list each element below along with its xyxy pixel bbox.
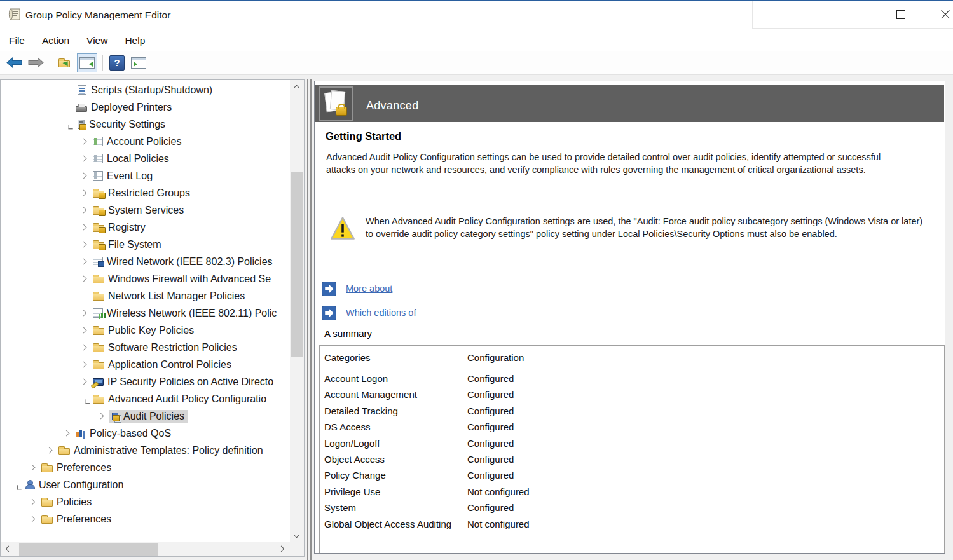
link-more-about[interactable]: More about xyxy=(322,281,392,296)
chevron-right-icon[interactable] xyxy=(74,184,92,201)
chevron-right-icon[interactable] xyxy=(74,201,92,219)
table-header: Categories Configuration xyxy=(320,346,944,369)
tree-item-label: Restricted Groups xyxy=(108,188,190,199)
gpo-scroll-icon xyxy=(8,8,22,22)
chevron-right-icon[interactable] xyxy=(74,356,92,373)
tree-item-windows-firewall-with-advanced-se[interactable]: Windows Firewall with Advanced Se xyxy=(1,270,290,287)
tree-item-label: Scripts (Startup/Shutdown) xyxy=(91,85,212,96)
show-console-tree-button[interactable] xyxy=(77,53,97,72)
scroll-down-button[interactable] xyxy=(290,529,304,542)
tree-item-label: Account Policies xyxy=(107,136,181,147)
chevron-right-icon[interactable] xyxy=(74,133,92,150)
horizontal-scrollbar[interactable] xyxy=(1,542,290,556)
table-row: SystemConfigured xyxy=(320,500,944,516)
chevron-right-icon[interactable] xyxy=(74,373,92,390)
tree-item-event-log[interactable]: Event Log xyxy=(1,167,290,184)
which-editions-link[interactable]: Which editions of xyxy=(346,308,416,318)
tree-item-file-system[interactable]: File System xyxy=(1,236,290,253)
menu-view[interactable]: View xyxy=(86,35,107,46)
tree-item-application-control-policies[interactable]: Application Control Policies xyxy=(1,356,290,373)
chevron-right-icon[interactable] xyxy=(74,304,92,322)
tree-item-preferences[interactable]: Preferences xyxy=(1,459,290,476)
tree-item-restricted-groups[interactable]: Restricted Groups xyxy=(1,184,290,201)
chevron-right-icon[interactable] xyxy=(74,270,92,287)
tree-item-software-restriction-policies[interactable]: Software Restriction Policies xyxy=(1,339,290,356)
menu-action[interactable]: Action xyxy=(42,35,69,46)
chevron-right-icon[interactable] xyxy=(74,167,92,184)
computer-key-icon xyxy=(93,378,104,386)
column-separator[interactable] xyxy=(540,348,540,367)
close-button[interactable] xyxy=(931,1,953,28)
category-cell: Logon/Logoff xyxy=(324,438,380,449)
minimize-button[interactable] xyxy=(842,1,871,28)
configuration-cell: Configured xyxy=(467,421,514,432)
more-about-link[interactable]: More about xyxy=(346,283,392,294)
chevron-right-icon[interactable] xyxy=(74,339,92,356)
chevron-right-icon[interactable] xyxy=(74,236,92,253)
tree-item-security-settings[interactable]: Security Settings xyxy=(1,116,290,133)
tree-item-audit-policies[interactable]: Audit Policies xyxy=(1,407,290,425)
tree-item-public-key-policies[interactable]: Public Key Policies xyxy=(1,322,290,339)
vertical-scroll-thumb[interactable] xyxy=(291,172,303,357)
category-cell: Privilege Use xyxy=(324,486,380,497)
chevron-right-icon[interactable] xyxy=(92,407,109,425)
scroll-right-button[interactable] xyxy=(276,542,290,556)
sheet-icon xyxy=(93,171,103,181)
table-row: DS AccessConfigured xyxy=(320,420,944,435)
category-cell: DS Access xyxy=(324,421,371,432)
back-button[interactable] xyxy=(4,53,24,72)
menubar: FileActionViewHelp xyxy=(0,31,953,51)
horizontal-scroll-thumb[interactable] xyxy=(19,543,158,556)
tree-item-preferences[interactable]: Preferences xyxy=(1,510,290,528)
column-separator[interactable] xyxy=(462,348,462,367)
up-one-level-button[interactable] xyxy=(55,53,76,72)
tree-item-system-services[interactable]: System Services xyxy=(1,201,290,219)
folder-lock-icon xyxy=(93,242,104,249)
menu-file[interactable]: File xyxy=(9,35,25,46)
folder-icon xyxy=(93,397,104,404)
chevron-right-icon[interactable] xyxy=(23,510,40,528)
scroll-left-button[interactable] xyxy=(1,542,15,556)
tree-item-deployed-printers[interactable]: Deployed Printers xyxy=(1,99,290,116)
pane-splitter[interactable] xyxy=(306,79,313,560)
tree-item-wired-network-ieee-802-3-policies[interactable]: Wired Network (IEEE 802.3) Policies xyxy=(1,253,290,270)
tree-item-account-policies[interactable]: Account Policies xyxy=(1,133,290,150)
category-cell: Global Object Access Auditing xyxy=(324,519,451,529)
scroll-up-button[interactable] xyxy=(290,80,304,93)
tree-item-network-list-manager-policies[interactable]: Network List Manager Policies xyxy=(1,287,290,304)
tree-item-policies[interactable]: Policies xyxy=(1,493,290,510)
configuration-cell: Configured xyxy=(467,470,514,481)
maximize-button[interactable] xyxy=(886,1,915,28)
chevron-right-icon[interactable] xyxy=(40,442,57,459)
column-header-categories[interactable]: Categories xyxy=(324,352,371,363)
tree-item-ip-security-policies-on-active-directo[interactable]: IP Security Policies on Active Directo xyxy=(1,373,290,390)
chevron-right-icon[interactable] xyxy=(74,219,92,236)
getting-started-heading: Getting Started xyxy=(326,130,401,142)
link-which-editions[interactable]: Which editions of xyxy=(322,305,416,320)
tree-item-label: Public Key Policies xyxy=(108,325,194,336)
vertical-scrollbar[interactable] xyxy=(290,80,304,542)
forward-button[interactable] xyxy=(25,53,46,72)
menu-help[interactable]: Help xyxy=(125,35,145,46)
tree-item-label: System Services xyxy=(108,205,184,216)
tree-item-scripts-startup-shutdown[interactable]: Scripts (Startup/Shutdown) xyxy=(1,81,290,99)
tree-item-local-policies[interactable]: Local Policies xyxy=(1,150,290,167)
chevron-right-icon[interactable] xyxy=(23,459,40,476)
tree-item-policy-based-qos[interactable]: Policy-based QoS xyxy=(1,425,290,442)
tree-item-user-configuration[interactable]: User Configuration xyxy=(1,476,290,493)
column-header-configuration[interactable]: Configuration xyxy=(467,352,524,363)
tree-item-administrative-templates-policy-definiti[interactable]: Administrative Templates: Policy definit… xyxy=(1,442,290,459)
chevron-right-icon[interactable] xyxy=(74,322,92,339)
table-row: Detailed TrackingConfigured xyxy=(320,404,944,420)
help-button[interactable]: ? xyxy=(107,53,127,72)
chevron-right-icon[interactable] xyxy=(23,493,40,510)
new-window-button[interactable] xyxy=(128,53,149,72)
tree-item-wireless-network-ieee-802-11-polic[interactable]: Wireless Network (IEEE 802.11) Polic xyxy=(1,304,290,322)
configuration-cell: Configured xyxy=(467,454,514,465)
chevron-right-icon[interactable] xyxy=(74,150,92,167)
tree-item-advanced-audit-policy-configuratio[interactable]: Advanced Audit Policy Configuratio xyxy=(1,390,290,407)
tree-item-registry[interactable]: Registry xyxy=(1,219,290,236)
chevron-right-icon[interactable] xyxy=(57,425,74,442)
tree-item-label: Wireless Network (IEEE 802.11) Polic xyxy=(107,308,277,319)
chevron-right-icon[interactable] xyxy=(74,253,92,270)
